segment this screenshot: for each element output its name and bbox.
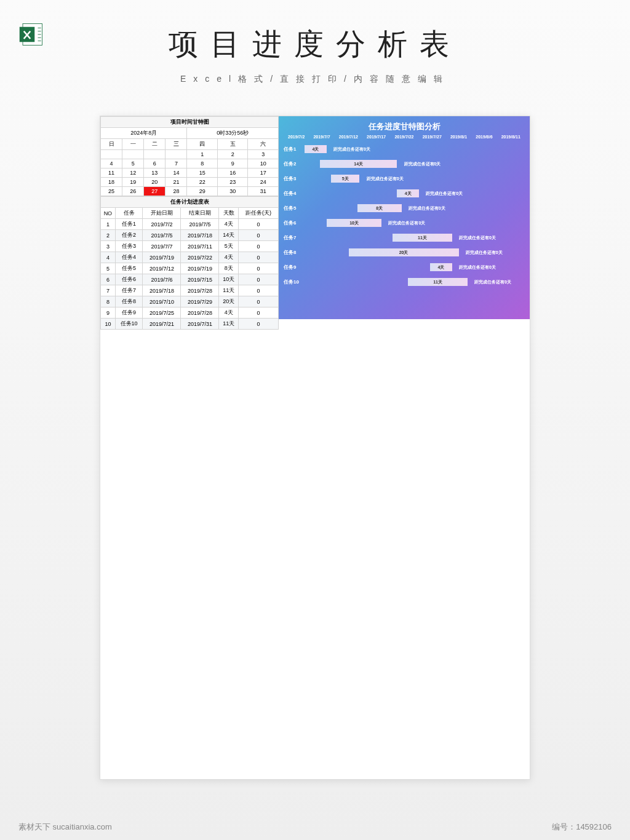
gantt-track: 4天距完成任务还有0天 xyxy=(305,263,525,271)
calendar-cell: 24 xyxy=(248,178,279,187)
gantt-panel: 任务进度甘特图分析 2019/7/22019/7/72019/7/122019/… xyxy=(279,116,530,319)
excel-icon xyxy=(18,22,44,47)
gantt-title: 任务进度甘特图分析 xyxy=(284,120,525,135)
plan-cell: 1 xyxy=(101,219,116,230)
plan-cell: 任务2 xyxy=(115,230,143,241)
gantt-note: 距完成任务还有0天 xyxy=(404,160,441,168)
plan-cell: 2019/7/5 xyxy=(143,230,181,241)
gantt-row: 任务58天距完成任务还有0天 xyxy=(284,200,525,215)
plan-cell: 任务10 xyxy=(115,319,143,330)
gantt-axis-tick: 2019/8/11 xyxy=(501,135,520,139)
page-subtitle: Excel格式/直接打印/内容随意编辑 xyxy=(62,74,568,85)
plan-cell: 14天 xyxy=(219,230,239,241)
calendar-cell: 21 xyxy=(165,178,187,187)
calendar-day-header: 一 xyxy=(122,139,144,150)
plan-header: 距任务(天) xyxy=(239,208,279,219)
plan-cell: 2019/7/28 xyxy=(181,307,219,319)
calendar-day-header: 三 xyxy=(165,139,187,150)
calendar-cell: 22 xyxy=(187,178,218,187)
gantt-bar: 20天 xyxy=(349,248,459,256)
page-title: 项目进度分析表 xyxy=(62,25,568,64)
document-page: 项目时间甘特图 2024年8月0时33分56秒 日一二三四五六 12345678… xyxy=(100,116,530,780)
calendar-cell: 28 xyxy=(165,187,187,196)
calendar-cell: 14 xyxy=(165,168,187,178)
plan-cell: 2019/7/12 xyxy=(143,263,181,274)
plan-cell: 任务8 xyxy=(115,296,143,307)
plan-cell: 2019/7/22 xyxy=(181,252,219,263)
plan-cell: 2019/7/5 xyxy=(181,219,219,230)
calendar-cell: 3 xyxy=(248,150,279,159)
plan-cell: 任务3 xyxy=(115,241,143,252)
calendar-cell: 16 xyxy=(217,168,248,178)
plan-cell: 20天 xyxy=(219,296,239,307)
plan-cell: 11天 xyxy=(219,285,239,296)
plan-cell: 0 xyxy=(239,274,279,285)
plan-header: NO xyxy=(101,208,116,219)
calendar-cell: 30 xyxy=(217,187,248,196)
gantt-bar: 5天 xyxy=(331,175,360,183)
plan-cell: 2019/7/29 xyxy=(181,296,219,307)
gantt-track: 11天距完成任务还有0天 xyxy=(305,278,525,286)
plan-cell: 4天 xyxy=(219,219,239,230)
plan-cell: 8 xyxy=(101,296,116,307)
gantt-row: 任务610天距完成任务还有0天 xyxy=(284,215,525,230)
plan-header: 天数 xyxy=(219,208,239,219)
plan-cell: 0 xyxy=(239,252,279,263)
plan-cell: 2019/7/19 xyxy=(143,252,181,263)
gantt-row-label: 任务6 xyxy=(284,220,305,226)
plan-header: 任务 xyxy=(115,208,143,219)
gantt-row-label: 任务5 xyxy=(284,205,305,212)
plan-cell: 2019/7/15 xyxy=(181,274,219,285)
gantt-bar: 11天 xyxy=(408,278,468,286)
calendar-day-header: 四 xyxy=(187,139,218,150)
plan-cell: 6 xyxy=(101,274,116,285)
gantt-track: 5天距完成任务还有0天 xyxy=(305,175,525,183)
plan-cell: 0 xyxy=(239,307,279,319)
gantt-track: 4天距完成任务还有0天 xyxy=(305,189,525,197)
calendar-day-header: 二 xyxy=(144,139,165,150)
calendar-cell: 17 xyxy=(248,168,279,178)
plan-cell: 8天 xyxy=(219,263,239,274)
plan-cell: 2019/7/6 xyxy=(143,274,181,285)
calendar-cell: 15 xyxy=(187,168,218,178)
plan-cell: 2019/7/10 xyxy=(143,296,181,307)
gantt-note: 距完成任务还有0天 xyxy=(459,263,496,271)
calendar-cell: 13 xyxy=(144,168,165,178)
gantt-bar: 10天 xyxy=(327,219,382,227)
gantt-row: 任务820天距完成任务还有0天 xyxy=(284,245,525,260)
calendar-cell: 26 xyxy=(122,187,144,196)
gantt-track: 14天距完成任务还有0天 xyxy=(305,160,525,168)
calendar-day-header: 日 xyxy=(101,139,122,150)
plan-cell: 2019/7/28 xyxy=(181,285,219,296)
gantt-axis-tick: 2019/7/12 xyxy=(339,135,358,139)
calendar-cell: 12 xyxy=(122,168,144,178)
gantt-row: 任务214天距完成任务还有0天 xyxy=(284,156,525,171)
gantt-bar: 4天 xyxy=(397,189,419,197)
gantt-row-label: 任务4 xyxy=(284,190,305,197)
plan-cell: 4天 xyxy=(219,307,239,319)
gantt-note: 距完成任务还有0天 xyxy=(426,189,463,197)
gantt-note: 距完成任务还有0天 xyxy=(388,219,425,227)
gantt-note: 距完成任务还有0天 xyxy=(459,234,496,242)
gantt-row-label: 任务2 xyxy=(284,160,305,167)
plan-cell: 2019/7/21 xyxy=(143,319,181,330)
plan-cell: 0 xyxy=(239,296,279,307)
gantt-axis-tick: 2019/7/17 xyxy=(367,135,386,139)
plan-cell: 0 xyxy=(239,219,279,230)
plan-cell: 任务6 xyxy=(115,274,143,285)
gantt-track: 4天距完成任务还有0天 xyxy=(305,145,525,153)
calendar-cell: 10 xyxy=(248,159,279,168)
plan-cell: 11天 xyxy=(219,319,239,330)
gantt-row: 任务711天距完成任务还有0天 xyxy=(284,230,525,245)
calendar-cell: 7 xyxy=(165,159,187,168)
plan-cell: 2019/7/7 xyxy=(143,241,181,252)
calendar-cell xyxy=(144,150,165,159)
gantt-row-label: 任务3 xyxy=(284,175,305,182)
gantt-row: 任务14天距完成任务还有0天 xyxy=(284,141,525,156)
gantt-bar: 8天 xyxy=(357,204,402,212)
plan-cell: 0 xyxy=(239,241,279,252)
calendar-cell: 11 xyxy=(101,168,122,178)
gantt-axis-tick: 2019/7/27 xyxy=(423,135,442,139)
gantt-note: 距完成任务还有0天 xyxy=(409,204,445,212)
calendar-cell: 29 xyxy=(187,187,218,196)
